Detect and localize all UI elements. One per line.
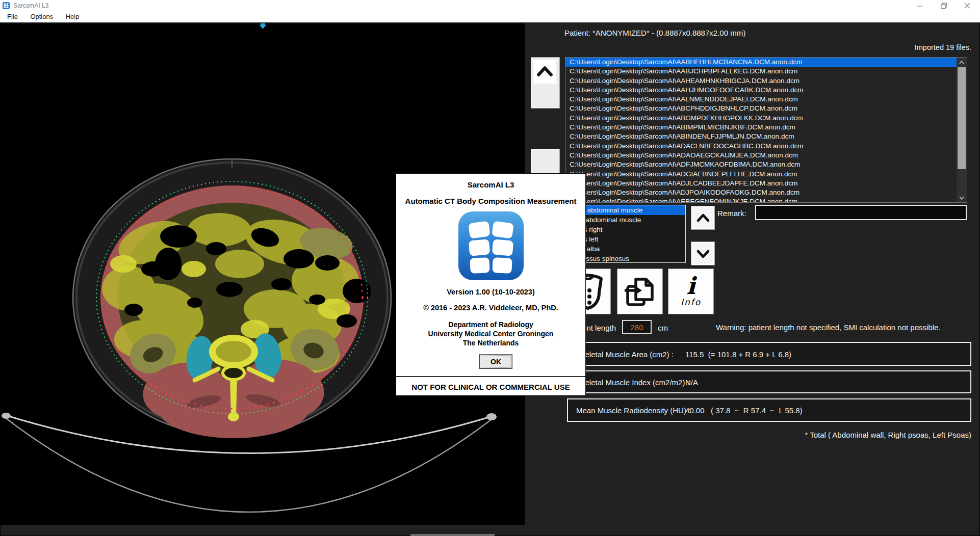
dialog-disclaimer: NOT FOR CLINICAL OR COMMERCIAL USE — [396, 383, 585, 391]
chevron-up-icon — [533, 60, 556, 84]
restore-button[interactable] — [936, 0, 951, 11]
remark-input[interactable] — [755, 205, 967, 220]
warning-text: Warning: patient length not specified, S… — [716, 323, 941, 332]
info-icon: i — [686, 276, 695, 296]
structure-up-button[interactable] — [691, 206, 715, 230]
file-row[interactable]: C:\Users\Login\Desktop\SarcomAI\AAHJHMGO… — [565, 86, 957, 95]
info-button[interactable]: i Info — [668, 269, 714, 314]
app-window: SarcomAI L3 File Options Help — [0, 0, 980, 536]
file-list: C:\Users\Login\Desktop\SarcomAI\AABHFHHL… — [565, 57, 967, 203]
file-row[interactable]: C:\Users\Login\Desktop\SarcomAI\ADFJMCMK… — [565, 160, 957, 169]
about-dialog: SarcomAI L3 Automatic CT Body Compositio… — [396, 173, 586, 396]
dialog-department: Department of Radiology — [396, 320, 585, 329]
minimize-button[interactable] — [912, 0, 927, 11]
dialog-version: Version 1.00 (10-10-2023) — [396, 288, 585, 296]
minimize-icon — [916, 3, 922, 9]
file-row[interactable]: C:\Users\Login\Desktop\SarcomAI\ABIMPMLM… — [565, 123, 957, 132]
file-row[interactable]: C:\Users\Login\Desktop\SarcomAI\AABHFHHL… — [565, 58, 957, 67]
file-row[interactable]: C:\Users\Login\Desktop\SarcomAI\ADACLNBE… — [565, 142, 957, 151]
file-row[interactable]: C:\Users\Login\Desktop\SarcomAI\AEBEGENF… — [565, 197, 957, 202]
ok-button[interactable]: OK — [479, 354, 512, 369]
previous-slice-button[interactable] — [531, 57, 560, 109]
dialog-copyright: © 2016 - 2023 A.R. Viddeleer, MD, PhD. — [396, 304, 585, 312]
dialog-subtitle: Automatic CT Body Composition Measuremen… — [396, 197, 585, 205]
bottom-scrollbar-fragment[interactable] — [410, 534, 495, 536]
dialog-institution: University Medical Center Groningen — [396, 330, 585, 338]
remark-label: Remark: — [717, 209, 746, 218]
file-row[interactable]: C:\Users\Login\Desktop\SarcomAI\AAHEAMHN… — [565, 76, 957, 86]
file-row[interactable]: C:\Users\Login\Desktop\SarcomAI\AALNMEND… — [565, 95, 957, 104]
patient-header: Patient: *ANONYMIZED* - (0.8887x0.8887x2… — [564, 29, 745, 37]
dialog-separator — [396, 376, 585, 377]
radiodensity-box: Mean Muscle Radiodensity (HU) : 40.00 ( … — [567, 398, 971, 422]
file-row[interactable]: C:\Users\Login\Desktop\SarcomAI\ABINDENL… — [565, 132, 957, 141]
scrollbar-thumb[interactable] — [958, 67, 966, 169]
info-button-label: Info — [681, 297, 701, 307]
app-logo-icon — [3, 2, 10, 9]
file-row[interactable]: C:\Users\Login\Desktop\SarcomAI\ABGMPDFK… — [565, 114, 957, 123]
menu-file[interactable]: File — [4, 11, 21, 22]
orientation-marker-icon — [260, 23, 266, 29]
close-icon — [964, 3, 970, 9]
file-rows: C:\Users\Login\Desktop\SarcomAI\AABHFHHL… — [565, 58, 957, 202]
muscle-area-label: Skeletal Muscle Area (cm2) : — [576, 350, 674, 358]
title-bar: SarcomAI L3 — [0, 0, 980, 11]
patient-length-input[interactable] — [622, 320, 652, 334]
chevron-down-icon — [694, 245, 712, 263]
app-logo-large-icon — [458, 211, 524, 281]
imported-status: Imported 19 files. — [841, 43, 971, 51]
muscle-area-box: Skeletal Muscle Area (cm2) : 115.5 (= 10… — [567, 342, 971, 366]
radiodensity-value: 40.00 ( 37.8 ~ R 57.4 ~ L 55.8) — [685, 406, 803, 415]
scrollbar-up-icon[interactable] — [957, 58, 967, 67]
muscle-area-value: 115.5 (= 101.8 + R 6.9 + L 6.8) — [685, 350, 791, 358]
file-row[interactable]: C:\Users\Login\Desktop\SarcomAI\ADGIAEBN… — [565, 170, 957, 179]
copy-report-icon — [623, 274, 657, 309]
radiodensity-label: Mean Muscle Radiodensity (HU) : — [576, 406, 690, 415]
menu-options[interactable]: Options — [27, 11, 56, 22]
file-row[interactable]: C:\Users\Login\Desktop\SarcomAI\ADJPOAIK… — [565, 188, 957, 197]
patient-length-unit: cm — [658, 324, 668, 332]
dialog-country: The Netherlands — [396, 339, 585, 347]
file-row[interactable]: C:\Users\Login\Desktop\SarcomAI\ADJLCADB… — [565, 179, 957, 188]
file-row[interactable]: C:\Users\Login\Desktop\SarcomAI\ADAOAEGC… — [565, 151, 957, 160]
muscle-index-box: Skeletal Muscle Index (cm2/m2) : N/A — [567, 370, 971, 393]
file-row[interactable]: C:\Users\Login\Desktop\SarcomAI\AABJCHPB… — [565, 67, 957, 76]
scrollbar-down-icon[interactable] — [957, 193, 967, 202]
menu-help[interactable]: Help — [63, 11, 83, 22]
close-button[interactable] — [960, 0, 975, 11]
muscle-index-label: Skeletal Muscle Index (cm2/m2) : — [576, 378, 689, 386]
file-list-scrollbar[interactable] — [957, 58, 967, 202]
total-footnote: * Total ( Abdominal wall, Right psoas, L… — [714, 431, 971, 439]
chevron-up-icon — [694, 209, 712, 227]
copy-report-button[interactable] — [617, 269, 663, 314]
restore-icon — [941, 3, 947, 9]
structure-down-button[interactable] — [691, 242, 715, 265]
menu-bar: File Options Help — [0, 11, 980, 22]
muscle-index-value: N/A — [685, 378, 698, 386]
window-title: SarcomAI L3 — [13, 0, 48, 11]
file-row[interactable]: C:\Users\Login\Desktop\SarcomAI\ABCPHDDI… — [565, 104, 957, 113]
dialog-title: SarcomAI L3 — [396, 180, 585, 189]
